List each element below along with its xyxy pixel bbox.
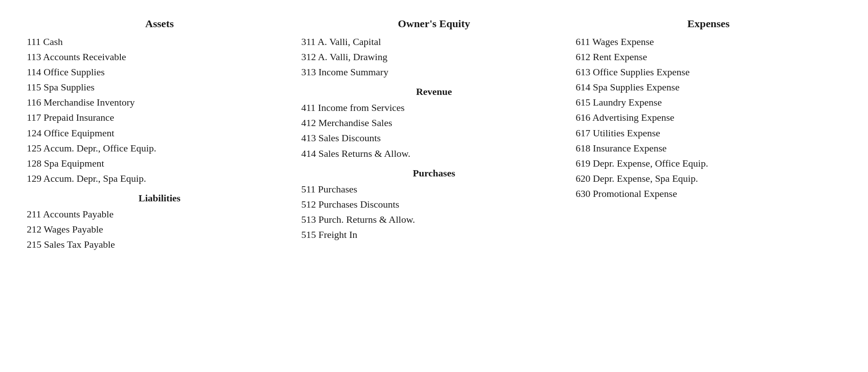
column-expenses: Expenses611 Wages Expense612 Rent Expens… (576, 18, 841, 252)
account-item: 116 Merchandise Inventory (27, 95, 292, 110)
account-item: 511 Purchases (301, 182, 567, 197)
account-item: 117 Prepaid Insurance (27, 110, 292, 125)
account-item: 215 Sales Tax Payable (27, 237, 292, 252)
account-item: 613 Office Supplies Expense (576, 65, 841, 80)
account-item: 311 A. Valli, Capital (301, 34, 567, 49)
account-item: 413 Sales Discounts (301, 131, 567, 146)
account-item: 125 Accum. Depr., Office Equip. (27, 141, 292, 156)
account-item: 513 Purch. Returns & Allow. (301, 212, 567, 227)
account-item: 412 Merchandise Sales (301, 115, 567, 131)
section-header-liabilities: Liabilities (27, 192, 292, 204)
section-header-purchases: Purchases (301, 168, 567, 179)
account-item: 124 Office Equipment (27, 126, 292, 141)
account-item: 129 Accum. Depr., Spa Equip. (27, 171, 292, 186)
chart-of-accounts: Assets111 Cash113 Accounts Receivable114… (27, 18, 841, 252)
account-item: 617 Utilities Expense (576, 126, 841, 141)
section-header-assets: Assets (27, 18, 292, 30)
column-equity-revenue-purchases: Owner's Equity311 A. Valli, Capital312 A… (301, 18, 567, 252)
account-item: 619 Depr. Expense, Office Equip. (576, 156, 841, 171)
account-item: 113 Accounts Receivable (27, 49, 292, 65)
account-item: 115 Spa Supplies (27, 80, 292, 95)
account-item: 111 Cash (27, 34, 292, 49)
account-item: 620 Depr. Expense, Spa Equip. (576, 171, 841, 186)
section-header-revenue: Revenue (301, 86, 567, 98)
account-item: 515 Freight In (301, 227, 567, 242)
section-header-expenses: Expenses (576, 18, 841, 30)
account-item: 615 Laundry Expense (576, 95, 841, 110)
account-item: 612 Rent Expense (576, 49, 841, 65)
account-item: 128 Spa Equipment (27, 156, 292, 171)
account-item: 212 Wages Payable (27, 222, 292, 237)
account-item: 411 Income from Services (301, 100, 567, 115)
column-assets-liabilities: Assets111 Cash113 Accounts Receivable114… (27, 18, 292, 252)
account-item: 630 Promotional Expense (576, 186, 841, 201)
account-item: 618 Insurance Expense (576, 141, 841, 156)
account-item: 512 Purchases Discounts (301, 197, 567, 212)
account-item: 611 Wages Expense (576, 34, 841, 49)
section-header-owners-equity: Owner's Equity (301, 18, 567, 30)
account-item: 313 Income Summary (301, 65, 567, 80)
account-item: 312 A. Valli, Drawing (301, 49, 567, 65)
account-item: 414 Sales Returns & Allow. (301, 146, 567, 161)
account-item: 211 Accounts Payable (27, 207, 292, 222)
account-item: 114 Office Supplies (27, 65, 292, 80)
account-item: 616 Advertising Expense (576, 110, 841, 125)
account-item: 614 Spa Supplies Expense (576, 80, 841, 95)
